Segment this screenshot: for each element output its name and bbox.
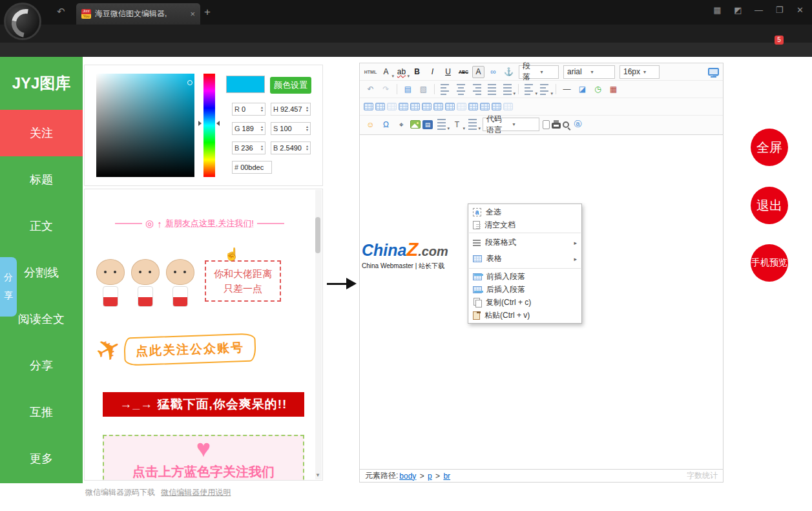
spellcheck-icon[interactable]: ab▾ (395, 65, 408, 79)
merge-cells-icon[interactable] (445, 103, 455, 110)
paragraph-select[interactable]: 段落▾ (519, 65, 559, 79)
italic-icon[interactable]: I (426, 65, 439, 79)
menu-item-table[interactable]: 表格▸ (468, 251, 581, 267)
code-language-select[interactable]: 代码语言▾ (483, 118, 539, 131)
field-value[interactable]: 0 (242, 105, 260, 113)
scrollbar-thumb[interactable] (315, 217, 320, 253)
color-settings-button[interactable]: 颜色设置 (270, 77, 311, 94)
browser-logo-icon[interactable] (4, 3, 41, 40)
browser-tab[interactable]: JizzYou 海豆微信图文编辑器, × (76, 3, 200, 25)
menu-item-insert-paragraph-after[interactable]: 后插入段落 (468, 283, 581, 296)
rgb-field-g[interactable]: G189▴▾ (232, 122, 265, 135)
align-left-icon[interactable] (439, 83, 452, 96)
sidebar-item-follow[interactable]: 关注 (0, 110, 83, 156)
menu-item-clear-doc[interactable]: 清空文档 (468, 218, 581, 231)
field-value[interactable]: 236 (241, 144, 260, 152)
close-icon[interactable]: ✕ (795, 5, 806, 15)
usage-doc-link[interactable]: 微信编辑器使用说明 (161, 488, 231, 497)
split-columns-icon[interactable] (492, 103, 501, 110)
hsb-field-1[interactable]: S100▴▾ (271, 122, 311, 135)
float-button-fullscreen[interactable]: 全屏 (751, 129, 788, 166)
template-red-banner[interactable]: →_→ 猛戳下面,你会爽呆的!! (103, 392, 304, 417)
saturation-area[interactable] (96, 74, 194, 177)
underline-icon[interactable]: U (441, 65, 455, 79)
rgb-field-b[interactable]: B236▴▾ (232, 141, 265, 154)
insert-column-icon[interactable] (410, 103, 420, 110)
float-button-exit[interactable]: 退出 (751, 187, 788, 224)
delete-column-icon[interactable] (433, 103, 443, 110)
maximize-icon[interactable]: ❐ (774, 5, 785, 15)
ordered-list-icon[interactable]: ▾ (523, 83, 536, 96)
attachment-icon[interactable]: ▤ (422, 120, 433, 129)
stepper-icon[interactable]: ▴▾ (306, 145, 308, 151)
insert-row-icon[interactable] (399, 103, 408, 110)
strikethrough-icon[interactable]: ABC (457, 65, 470, 79)
stepper-icon[interactable]: ▴▾ (261, 106, 263, 112)
paste-filter-icon[interactable]: ▤ (401, 83, 415, 96)
field-value[interactable]: 92.457 (280, 105, 305, 113)
date-icon[interactable]: ▦ (607, 83, 620, 96)
search-replace-icon[interactable]: ⌖ (395, 118, 408, 131)
sidebar-item-share[interactable]: 分享 (0, 342, 83, 389)
table-style-icon[interactable] (375, 103, 385, 110)
template-heart-box[interactable]: ♥ 点击上方蓝色字关注我们 (103, 435, 304, 481)
anchor-icon[interactable]: ⚓ (502, 65, 515, 79)
minimize-icon[interactable]: — (753, 5, 764, 15)
format-brush-icon[interactable]: ▧ (417, 83, 430, 96)
panels-icon[interactable]: ▦ (712, 5, 723, 15)
hex-field[interactable]: # 00bdec (232, 161, 272, 174)
rgb-field-r[interactable]: R0▴▾ (232, 103, 265, 116)
stepper-icon[interactable]: ▴▾ (261, 125, 263, 132)
hsb-field-0[interactable]: H92.457▴▾ (271, 103, 311, 116)
stepper-icon[interactable]: ▴▾ (306, 125, 308, 132)
menu-item-select-all[interactable]: a全选 (468, 205, 581, 218)
emotion-icon[interactable]: ☺ (364, 118, 377, 131)
special-char-icon[interactable]: Ω (379, 118, 393, 131)
menu-item-paragraph-format[interactable]: 段落格式▸ (468, 235, 581, 251)
merge-right-icon[interactable] (457, 103, 466, 110)
skin-icon[interactable]: ◩ (733, 5, 744, 15)
undo-icon[interactable]: ↶ (364, 83, 377, 96)
menu-item-insert-paragraph-before[interactable]: 前插入段落 (468, 270, 581, 283)
template-cartoon[interactable]: ☝ 你和大佬距离 只差一点 (94, 255, 313, 308)
print-icon[interactable] (552, 123, 561, 129)
share-side-tab[interactable]: 分享 (0, 257, 17, 317)
align-justify-icon[interactable] (485, 83, 499, 96)
table-sort-icon[interactable] (503, 103, 513, 110)
eraser-icon[interactable]: ◪ (576, 83, 589, 96)
redo-icon[interactable]: ↷ (379, 83, 393, 96)
insert-table-icon[interactable] (364, 103, 373, 110)
field-value[interactable]: 100 (280, 125, 305, 132)
titlebar-back-icon[interactable]: ↶ (57, 6, 65, 17)
color-marker[interactable] (187, 80, 193, 85)
preview-icon[interactable] (563, 121, 569, 128)
tab-close-icon[interactable]: × (190, 9, 195, 19)
html-source-icon[interactable]: HTML (364, 65, 377, 79)
field-value[interactable]: 189 (242, 125, 260, 132)
indent-icon[interactable]: T▾ (450, 118, 464, 131)
horizontal-rule-icon[interactable]: — (560, 83, 574, 96)
fullscreen-monitor-icon[interactable] (708, 68, 719, 76)
line-height-icon[interactable]: ▾ (501, 83, 514, 96)
editor-canvas[interactable]: ChinaZ.com China Webmaster | 站长下载 a全选清空文… (359, 135, 724, 469)
bold-icon[interactable]: B (410, 65, 424, 79)
menu-item-copy[interactable]: 复制(Ctrl + c) (468, 296, 581, 309)
align-center-icon[interactable] (454, 83, 468, 96)
font-color-icon[interactable]: A (472, 66, 484, 78)
hex-value[interactable]: 00bdec (240, 163, 269, 171)
stepper-icon[interactable]: ▴▾ (261, 145, 263, 151)
sidebar-item-title[interactable]: 标题 (0, 156, 83, 203)
insert-image-icon[interactable] (410, 120, 421, 129)
stepper-icon[interactable]: ▴▾ (306, 106, 308, 112)
merge-down-icon[interactable] (468, 103, 478, 110)
time-icon[interactable]: ◷ (591, 83, 605, 96)
element-path-body[interactable]: body (399, 472, 416, 481)
sidebar-item-body[interactable]: 正文 (0, 203, 83, 249)
new-doc-icon[interactable] (543, 120, 550, 129)
scrollbar-track[interactable]: ▼ (315, 190, 322, 479)
paragraph-spacing-icon[interactable]: ▾ (466, 118, 479, 131)
source-download-link[interactable]: 微信编辑器源码下载 (85, 488, 155, 497)
float-button-mobile-preview[interactable]: 手机预览 (751, 244, 788, 282)
delete-row-icon[interactable] (422, 103, 432, 110)
hsb-field-2[interactable]: B2.5490▴▾ (271, 141, 311, 154)
